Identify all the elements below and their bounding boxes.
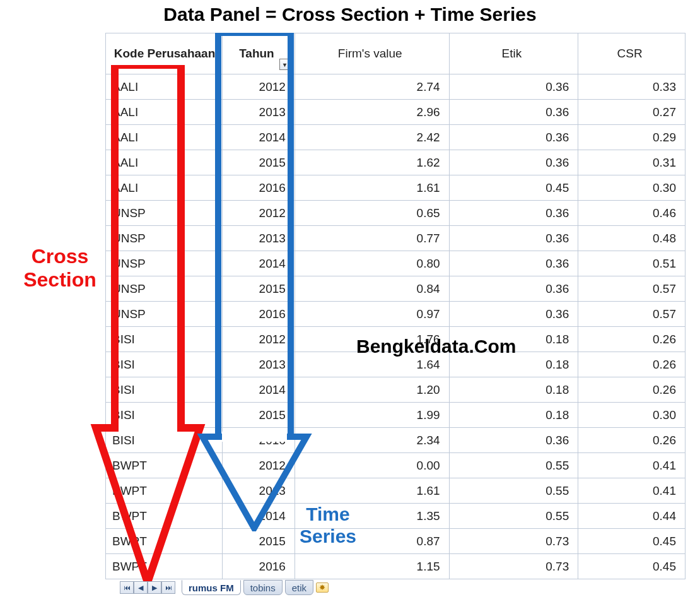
- cell-tahun[interactable]: 2012: [222, 201, 295, 226]
- cell-tahun[interactable]: 2013: [222, 100, 295, 125]
- cell-etik[interactable]: 0.36: [449, 125, 578, 150]
- cell-etik[interactable]: 0.55: [449, 478, 578, 504]
- cell-etik[interactable]: 0.55: [449, 453, 578, 478]
- cell-fv[interactable]: 2.74: [295, 74, 449, 100]
- cell-fv[interactable]: 0.65: [295, 201, 449, 226]
- cell-fv[interactable]: 0.77: [295, 226, 449, 251]
- cell-tahun[interactable]: 2012: [222, 327, 295, 352]
- cell-etik[interactable]: 0.36: [449, 302, 578, 327]
- cell-etik[interactable]: 0.18: [449, 403, 578, 428]
- cell-kode[interactable]: AALI: [106, 74, 223, 100]
- cell-tahun[interactable]: 2014: [222, 377, 295, 403]
- cell-kode[interactable]: AALI: [106, 150, 223, 175]
- cell-kode[interactable]: AALI: [106, 125, 223, 150]
- cell-tahun[interactable]: 2012: [222, 74, 295, 100]
- cell-csr[interactable]: 0.57: [578, 276, 685, 302]
- sheet-tab[interactable]: tobins: [243, 580, 283, 595]
- cell-csr[interactable]: 0.26: [578, 327, 685, 352]
- cell-tahun[interactable]: 2015: [222, 403, 295, 428]
- cell-csr[interactable]: 0.26: [578, 352, 685, 377]
- sheet-nav-prev-button[interactable]: ◀: [134, 581, 148, 594]
- cell-csr[interactable]: 0.26: [578, 428, 685, 453]
- sheet-nav-next-button[interactable]: ▶: [148, 581, 161, 594]
- cell-fv[interactable]: 1.61: [295, 478, 449, 504]
- cell-kode[interactable]: BISI: [106, 352, 223, 377]
- cell-etik[interactable]: 0.36: [449, 100, 578, 125]
- cell-fv[interactable]: 1.99: [295, 403, 449, 428]
- sheet-nav-last-button[interactable]: ⏭: [161, 581, 175, 594]
- cell-etik[interactable]: 0.36: [449, 74, 578, 100]
- cell-csr[interactable]: 0.51: [578, 251, 685, 276]
- cell-tahun[interactable]: 2016: [222, 554, 295, 579]
- cell-csr[interactable]: 0.48: [578, 226, 685, 251]
- sheet-tab[interactable]: etik: [285, 580, 313, 595]
- sheet-nav-first-button[interactable]: ⏮: [120, 581, 134, 594]
- cell-tahun[interactable]: 2015: [222, 150, 295, 175]
- cell-fv[interactable]: 2.42: [295, 125, 449, 150]
- cell-fv[interactable]: 1.62: [295, 150, 449, 175]
- cell-tahun[interactable]: 2014: [222, 251, 295, 276]
- cell-fv[interactable]: 0.84: [295, 276, 449, 302]
- cell-csr[interactable]: 0.31: [578, 150, 685, 175]
- cell-csr[interactable]: 0.30: [578, 175, 685, 201]
- cell-etik[interactable]: 0.18: [449, 377, 578, 403]
- cell-kode[interactable]: BISI: [106, 377, 223, 403]
- cell-csr[interactable]: 0.41: [578, 453, 685, 478]
- cell-tahun[interactable]: 2013: [222, 478, 295, 504]
- cell-etik[interactable]: 0.36: [449, 201, 578, 226]
- sheet-tab[interactable]: rumus FM: [182, 580, 241, 595]
- cell-kode[interactable]: UNSP: [106, 201, 223, 226]
- cell-csr[interactable]: 0.30: [578, 403, 685, 428]
- cell-kode[interactable]: BWPT: [106, 478, 223, 504]
- cell-kode[interactable]: UNSP: [106, 226, 223, 251]
- cell-etik[interactable]: 0.36: [449, 226, 578, 251]
- cell-csr[interactable]: 0.33: [578, 74, 685, 100]
- cell-kode[interactable]: AALI: [106, 175, 223, 201]
- cell-fv[interactable]: 0.97: [295, 302, 449, 327]
- cell-tahun[interactable]: 2016: [222, 302, 295, 327]
- cell-fv[interactable]: 2.34: [295, 428, 449, 453]
- cell-etik[interactable]: 0.55: [449, 504, 578, 529]
- cell-csr[interactable]: 0.26: [578, 377, 685, 403]
- cell-etik[interactable]: 0.36: [449, 150, 578, 175]
- cell-kode[interactable]: BISI: [106, 428, 223, 453]
- cell-kode[interactable]: BISI: [106, 327, 223, 352]
- cell-tahun[interactable]: 2016: [222, 175, 295, 201]
- cell-fv[interactable]: 2.96: [295, 100, 449, 125]
- cell-kode[interactable]: BISI: [106, 403, 223, 428]
- cell-kode[interactable]: UNSP: [106, 276, 223, 302]
- cell-etik[interactable]: 0.36: [449, 428, 578, 453]
- cell-tahun[interactable]: 2015: [222, 276, 295, 302]
- cell-kode[interactable]: UNSP: [106, 251, 223, 276]
- cell-kode[interactable]: BWPT: [106, 529, 223, 554]
- cell-kode[interactable]: AALI: [106, 100, 223, 125]
- cell-csr[interactable]: 0.41: [578, 478, 685, 504]
- cell-fv[interactable]: 0.00: [295, 453, 449, 478]
- cell-kode[interactable]: BWPT: [106, 554, 223, 579]
- cell-etik[interactable]: 0.73: [449, 554, 578, 579]
- cell-etik[interactable]: 0.36: [449, 276, 578, 302]
- cell-fv[interactable]: 0.80: [295, 251, 449, 276]
- cell-csr[interactable]: 0.46: [578, 201, 685, 226]
- cell-tahun[interactable]: 2016: [222, 428, 295, 453]
- cell-csr[interactable]: 0.57: [578, 302, 685, 327]
- cell-tahun[interactable]: 2014: [222, 504, 295, 529]
- cell-csr[interactable]: 0.29: [578, 125, 685, 150]
- cell-kode[interactable]: UNSP: [106, 302, 223, 327]
- cell-tahun[interactable]: 2015: [222, 529, 295, 554]
- cell-etik[interactable]: 0.45: [449, 175, 578, 201]
- filter-dropdown-button[interactable]: ▾: [279, 59, 291, 70]
- cell-fv[interactable]: 1.20: [295, 377, 449, 403]
- cell-tahun[interactable]: 2013: [222, 352, 295, 377]
- cell-csr[interactable]: 0.45: [578, 554, 685, 579]
- cell-csr[interactable]: 0.27: [578, 100, 685, 125]
- cell-csr[interactable]: 0.45: [578, 529, 685, 554]
- new-sheet-button[interactable]: ✸: [316, 582, 329, 593]
- cell-etik[interactable]: 0.36: [449, 251, 578, 276]
- cell-csr[interactable]: 0.44: [578, 504, 685, 529]
- cell-kode[interactable]: BWPT: [106, 504, 223, 529]
- cell-fv[interactable]: 1.61: [295, 175, 449, 201]
- cell-kode[interactable]: BWPT: [106, 453, 223, 478]
- cell-etik[interactable]: 0.73: [449, 529, 578, 554]
- cell-tahun[interactable]: 2014: [222, 125, 295, 150]
